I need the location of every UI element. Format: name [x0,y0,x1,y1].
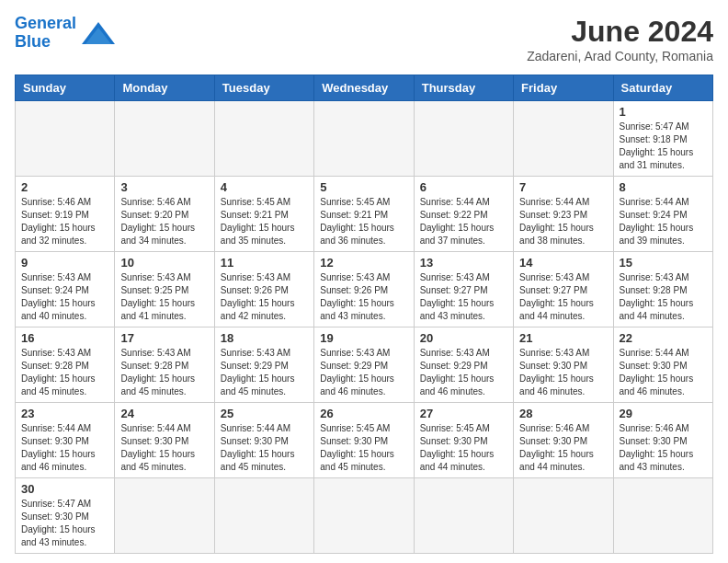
calendar-cell: 23Sunrise: 5:44 AM Sunset: 9:30 PM Dayli… [16,403,115,478]
day-number: 22 [620,331,707,345]
calendar-cell: 9Sunrise: 5:43 AM Sunset: 9:24 PM Daylig… [16,252,115,327]
calendar-cell: 22Sunrise: 5:44 AM Sunset: 9:30 PM Dayli… [613,327,712,403]
calendar-cell: 15Sunrise: 5:43 AM Sunset: 9:28 PM Dayli… [613,252,712,327]
day-info: Sunrise: 5:43 AM Sunset: 9:27 PM Dayligh… [420,271,507,323]
calendar-cell: 5Sunrise: 5:45 AM Sunset: 9:21 PM Daylig… [314,177,414,252]
calendar-cell: 26Sunrise: 5:45 AM Sunset: 9:30 PM Dayli… [314,403,414,478]
day-info: Sunrise: 5:45 AM Sunset: 9:30 PM Dayligh… [320,422,407,474]
day-number: 18 [221,331,308,345]
logo-blue: Blue [15,32,51,51]
calendar-table: SundayMondayTuesdayWednesdayThursdayFrid… [15,75,713,554]
calendar-cell: 17Sunrise: 5:43 AM Sunset: 9:28 PM Dayli… [115,327,214,403]
day-number: 28 [519,407,607,420]
day-number: 15 [620,256,707,270]
day-info: Sunrise: 5:44 AM Sunset: 9:23 PM Dayligh… [519,196,607,247]
day-info: Sunrise: 5:47 AM Sunset: 9:18 PM Dayligh… [620,121,707,172]
day-info: Sunrise: 5:43 AM Sunset: 9:28 PM Dayligh… [620,271,707,323]
day-number: 1 [620,105,707,119]
day-info: Sunrise: 5:43 AM Sunset: 9:29 PM Dayligh… [221,347,308,398]
week-row-5: 23Sunrise: 5:44 AM Sunset: 9:30 PM Dayli… [16,403,713,478]
calendar-cell [115,101,214,177]
day-info: Sunrise: 5:47 AM Sunset: 9:30 PM Dayligh… [21,498,108,549]
calendar-cell: 30Sunrise: 5:47 AM Sunset: 9:30 PM Dayli… [16,478,115,554]
day-number: 4 [221,180,308,194]
day-info: Sunrise: 5:45 AM Sunset: 9:21 PM Dayligh… [320,196,407,247]
day-number: 5 [320,180,407,194]
week-row-3: 9Sunrise: 5:43 AM Sunset: 9:24 PM Daylig… [16,252,713,327]
day-number: 13 [420,256,507,270]
calendar-cell: 14Sunrise: 5:43 AM Sunset: 9:27 PM Dayli… [514,252,613,327]
calendar-cell [314,478,414,554]
day-number: 29 [620,407,707,420]
day-info: Sunrise: 5:44 AM Sunset: 9:30 PM Dayligh… [620,347,707,398]
calendar-cell: 21Sunrise: 5:43 AM Sunset: 9:30 PM Dayli… [514,327,613,403]
calendar-cell [115,478,214,554]
day-number: 11 [221,256,308,270]
calendar-cell [314,101,414,177]
day-number: 24 [120,407,208,420]
calendar-cell [214,478,313,554]
day-number: 7 [519,180,607,194]
calendar-cell: 16Sunrise: 5:43 AM Sunset: 9:28 PM Dayli… [16,327,115,403]
calendar-cell: 25Sunrise: 5:44 AM Sunset: 9:30 PM Dayli… [214,403,313,478]
day-number: 8 [620,180,707,194]
day-info: Sunrise: 5:43 AM Sunset: 9:28 PM Dayligh… [120,347,208,398]
calendar-cell: 20Sunrise: 5:43 AM Sunset: 9:29 PM Dayli… [414,327,513,403]
weekday-header-saturday: Saturday [613,75,712,101]
calendar-cell [514,101,613,177]
logo-text: General Blue [15,15,76,52]
day-info: Sunrise: 5:46 AM Sunset: 9:19 PM Dayligh… [21,196,108,247]
day-number: 6 [420,180,507,194]
weekday-header-sunday: Sunday [16,75,115,101]
calendar-cell: 19Sunrise: 5:43 AM Sunset: 9:29 PM Dayli… [314,327,414,403]
day-number: 2 [21,180,108,194]
day-info: Sunrise: 5:43 AM Sunset: 9:27 PM Dayligh… [519,271,607,323]
week-row-6: 30Sunrise: 5:47 AM Sunset: 9:30 PM Dayli… [16,478,713,554]
day-info: Sunrise: 5:46 AM Sunset: 9:30 PM Dayligh… [519,422,607,474]
day-info: Sunrise: 5:43 AM Sunset: 9:29 PM Dayligh… [420,347,507,398]
calendar-cell: 27Sunrise: 5:45 AM Sunset: 9:30 PM Dayli… [414,403,513,478]
day-info: Sunrise: 5:45 AM Sunset: 9:30 PM Dayligh… [420,422,507,474]
day-number: 9 [21,256,108,270]
day-number: 3 [120,180,208,194]
calendar-cell: 1Sunrise: 5:47 AM Sunset: 9:18 PM Daylig… [613,101,712,177]
calendar-cell: 24Sunrise: 5:44 AM Sunset: 9:30 PM Dayli… [115,403,214,478]
day-number: 17 [120,331,208,345]
day-info: Sunrise: 5:43 AM Sunset: 9:26 PM Dayligh… [221,271,308,323]
day-number: 12 [320,256,407,270]
day-info: Sunrise: 5:45 AM Sunset: 9:21 PM Dayligh… [221,196,308,247]
day-info: Sunrise: 5:43 AM Sunset: 9:26 PM Dayligh… [320,271,407,323]
day-info: Sunrise: 5:43 AM Sunset: 9:24 PM Dayligh… [21,271,108,323]
day-number: 20 [420,331,507,345]
calendar-cell: 6Sunrise: 5:44 AM Sunset: 9:22 PM Daylig… [414,177,513,252]
day-info: Sunrise: 5:43 AM Sunset: 9:29 PM Dayligh… [320,347,407,398]
day-number: 25 [221,407,308,420]
day-info: Sunrise: 5:43 AM Sunset: 9:25 PM Dayligh… [120,271,208,323]
day-number: 14 [519,256,607,270]
day-info: Sunrise: 5:44 AM Sunset: 9:22 PM Dayligh… [420,196,507,247]
location-subtitle: Zadareni, Arad County, Romania [527,49,713,63]
day-number: 30 [21,482,108,496]
title-section: June 2024 Zadareni, Arad County, Romania [527,15,713,63]
calendar-cell [16,101,115,177]
calendar-cell: 3Sunrise: 5:46 AM Sunset: 9:20 PM Daylig… [115,177,214,252]
day-number: 23 [21,407,108,420]
day-info: Sunrise: 5:44 AM Sunset: 9:30 PM Dayligh… [21,422,108,474]
weekday-header-row: SundayMondayTuesdayWednesdayThursdayFrid… [16,75,713,101]
day-info: Sunrise: 5:46 AM Sunset: 9:30 PM Dayligh… [620,422,707,474]
day-number: 16 [21,331,108,345]
calendar-cell: 28Sunrise: 5:46 AM Sunset: 9:30 PM Dayli… [514,403,613,478]
weekday-header-wednesday: Wednesday [314,75,414,101]
logo-icon [80,18,117,48]
week-row-2: 2Sunrise: 5:46 AM Sunset: 9:19 PM Daylig… [16,177,713,252]
calendar-cell: 18Sunrise: 5:43 AM Sunset: 9:29 PM Dayli… [214,327,313,403]
day-info: Sunrise: 5:44 AM Sunset: 9:30 PM Dayligh… [120,422,208,474]
calendar-cell: 13Sunrise: 5:43 AM Sunset: 9:27 PM Dayli… [414,252,513,327]
weekday-header-tuesday: Tuesday [214,75,313,101]
calendar-cell [214,101,313,177]
weekday-header-thursday: Thursday [414,75,513,101]
calendar-cell: 12Sunrise: 5:43 AM Sunset: 9:26 PM Dayli… [314,252,414,327]
day-number: 26 [320,407,407,420]
calendar-cell: 2Sunrise: 5:46 AM Sunset: 9:19 PM Daylig… [16,177,115,252]
header: General Blue June 2024 Zadareni, Arad Co… [15,15,713,63]
